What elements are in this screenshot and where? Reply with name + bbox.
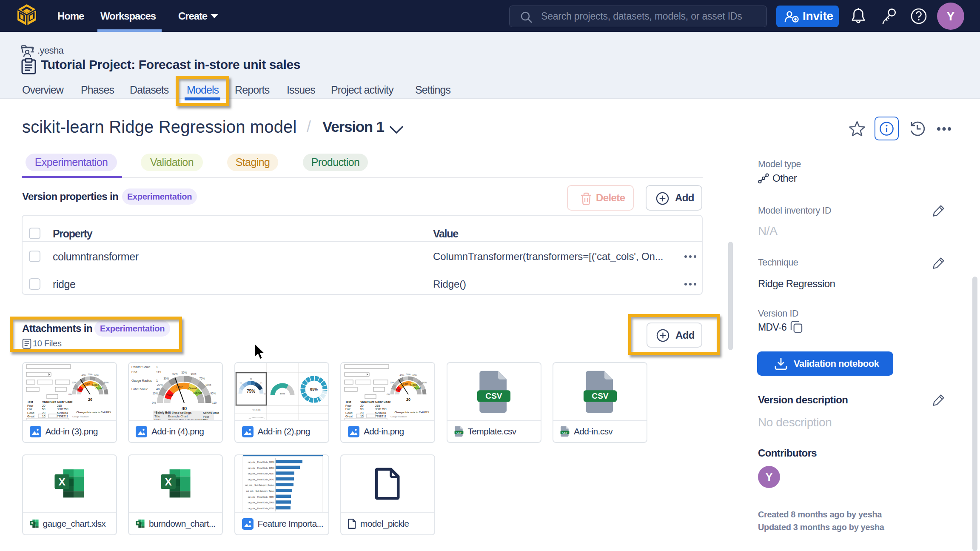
- svg-text:40 75 85: 40 75 85: [252, 408, 261, 411]
- svg-text:40: 40: [182, 406, 187, 411]
- svg-text:X: X: [31, 522, 33, 525]
- svg-text:End: End: [131, 370, 137, 374]
- svg-text:Fair: Fair: [27, 408, 32, 411]
- svg-text:Great: Great: [194, 391, 202, 395]
- svg-text:Gauge Radius: Gauge Radius: [131, 379, 152, 383]
- svg-text:30%: 30%: [163, 377, 169, 380]
- svg-text:Great: Great: [27, 415, 34, 418]
- svg-text:Poor: Poor: [165, 393, 173, 397]
- svg-text:Great: Great: [95, 387, 103, 390]
- svg-text:cat_cols__Postal Code_90503: cat_cols__Postal Code_90503: [248, 467, 274, 469]
- svg-text:0%: 0%: [68, 393, 72, 396]
- svg-text:50%: 50%: [88, 373, 92, 376]
- svg-text:60%: 60%: [94, 374, 99, 377]
- svg-text:Color Code: Color Code: [375, 400, 391, 403]
- svg-text:X: X: [137, 522, 139, 525]
- svg-text:Label Value: Label Value: [131, 387, 148, 391]
- svg-text:255: 255: [375, 404, 380, 407]
- svg-text:cat_cols__Sub-Category_Tables: cat_cols__Sub-Category_Tables: [246, 490, 274, 492]
- svg-text:3381759: 3381759: [375, 408, 387, 411]
- svg-text:20: 20: [406, 397, 410, 402]
- svg-text:80%: 80%: [205, 383, 211, 386]
- svg-text:Poor: Poor: [77, 388, 83, 391]
- svg-text:80%: 80%: [279, 392, 285, 395]
- svg-text:60%: 60%: [412, 374, 417, 377]
- svg-text:70%: 70%: [199, 377, 205, 380]
- svg-text:80%: 80%: [422, 381, 427, 384]
- svg-text:50: 50: [250, 378, 252, 380]
- svg-text:40: 40: [156, 387, 160, 391]
- svg-text:0%: 0%: [387, 393, 390, 396]
- svg-text:7958211: 7958211: [375, 415, 386, 418]
- svg-text:119: 119: [156, 370, 161, 374]
- svg-text:CSV: CSV: [456, 431, 462, 434]
- svg-text:cat_cols__Postal Code_59405: cat_cols__Postal Code_59405: [248, 502, 274, 504]
- svg-text:Poor: Poor: [345, 404, 352, 407]
- svg-text:40%: 40%: [172, 372, 177, 375]
- svg-text:50%: 50%: [181, 371, 187, 374]
- svg-text:50%: 50%: [406, 373, 410, 376]
- svg-text:Color Code: Color Code: [57, 400, 73, 403]
- svg-text:*Safely Edit these settings: *Safely Edit these settings: [154, 411, 192, 414]
- svg-text:CSV: CSV: [562, 431, 567, 434]
- svg-text:X: X: [165, 476, 172, 488]
- svg-text:5296861: 5296861: [57, 411, 68, 414]
- svg-text:CSV: CSV: [485, 391, 502, 400]
- svg-text:Fair: Fair: [345, 408, 350, 411]
- svg-text:20%: 20%: [157, 383, 162, 386]
- svg-text:Text: Text: [345, 400, 351, 403]
- svg-text:20: 20: [360, 404, 364, 407]
- svg-text:255: 255: [57, 404, 62, 407]
- svg-text:3381759: 3381759: [57, 408, 68, 411]
- svg-text:Gauge Rotation: Gauge Rotation: [72, 415, 89, 418]
- svg-text:110: 110: [212, 401, 217, 404]
- svg-text:5296861: 5296861: [375, 411, 387, 414]
- svg-text:7958211: 7958211: [57, 415, 68, 418]
- svg-text:50: 50: [360, 408, 364, 411]
- svg-text:Fair: Fair: [177, 385, 183, 389]
- svg-text:20%: 20%: [71, 381, 76, 384]
- svg-text:Poor: Poor: [203, 415, 209, 418]
- svg-text:Poor: Poor: [27, 404, 34, 407]
- svg-text:40%: 40%: [81, 374, 86, 377]
- svg-text:100: 100: [264, 393, 267, 395]
- svg-text:Series Data: Series Data: [203, 411, 219, 414]
- svg-text:50: 50: [42, 408, 46, 411]
- svg-text:Poor: Poor: [396, 388, 402, 391]
- svg-text:CSV: CSV: [592, 391, 609, 400]
- svg-text:Pointer Scale: Pointer Scale: [131, 365, 151, 369]
- svg-text:75: 75: [260, 383, 262, 385]
- svg-text:Change this note in Cell D25: Change this note in Cell D25: [76, 411, 111, 414]
- svg-text:20: 20: [42, 404, 46, 407]
- svg-text:Great: Great: [414, 387, 422, 390]
- svg-text:cat_cols__Postal Code_60098: cat_cols__Postal Code_60098: [248, 461, 274, 463]
- svg-text:Change this note in Cell D25: Change this note in Cell D25: [394, 411, 429, 414]
- svg-text:cat_cols__Postal Code_45857: cat_cols__Postal Code_45857: [248, 496, 274, 498]
- svg-text:10%: 10%: [152, 392, 158, 395]
- svg-text:20%: 20%: [390, 381, 394, 384]
- svg-text:Good: Good: [410, 383, 418, 386]
- svg-text:1: 1: [156, 379, 158, 383]
- svg-text:Text: Text: [27, 400, 33, 403]
- svg-text:X: X: [59, 476, 66, 488]
- svg-text:Example Chart: Example Chart: [168, 415, 188, 418]
- svg-text:60%: 60%: [191, 372, 196, 375]
- svg-text:Fair: Fair: [403, 383, 408, 385]
- svg-text:Good: Good: [27, 411, 34, 414]
- svg-text:25: 25: [239, 383, 242, 385]
- svg-text:Fair: Fair: [85, 383, 90, 385]
- svg-text:90%: 90%: [210, 392, 216, 395]
- svg-text:Value/Size: Value/Size: [42, 400, 56, 403]
- svg-text:cat_cols__Postal Code_48187: cat_cols__Postal Code_48187: [248, 473, 274, 475]
- svg-text:75%: 75%: [246, 389, 255, 394]
- svg-text:Gauge Rotation: Gauge Rotation: [390, 415, 407, 418]
- svg-text:Value/Size: Value/Size: [360, 400, 374, 403]
- svg-text:20: 20: [88, 397, 92, 402]
- svg-text:Good: Good: [345, 411, 353, 414]
- svg-text:85%: 85%: [310, 387, 317, 391]
- svg-text:Good: Good: [92, 383, 99, 386]
- svg-text:Title: Title: [154, 415, 160, 418]
- svg-text:0%: 0%: [152, 401, 156, 404]
- svg-text:1: 1: [156, 365, 158, 369]
- svg-text:Good: Good: [188, 386, 197, 390]
